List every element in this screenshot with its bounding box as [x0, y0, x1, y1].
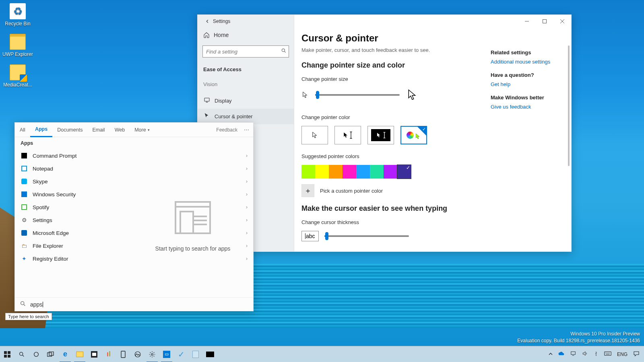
svg-rect-18: [571, 352, 576, 354]
svg-rect-19: [605, 352, 611, 356]
taskbar-store[interactable]: [87, 346, 101, 362]
nav-display[interactable]: Display: [198, 93, 294, 109]
search-more-actions[interactable]: ⋯: [240, 127, 253, 133]
slider-thumb[interactable]: [325, 232, 328, 240]
desktop-icon-mediacreationtool[interactable]: MediaCreat...: [2, 64, 34, 88]
search-feedback[interactable]: Feedback: [216, 127, 240, 133]
find-a-setting[interactable]: [202, 45, 289, 58]
windows-watermark: Windows 10 Pro Insider Preview Evaluatio…: [517, 331, 640, 344]
suggested-color-5[interactable]: [370, 165, 384, 179]
nav-cursor-label: Cursor & pointer: [215, 113, 253, 119]
maximize-icon: [543, 19, 547, 23]
tab-apps[interactable]: Apps: [30, 123, 52, 137]
network-icon: [570, 351, 576, 356]
suggested-color-1[interactable]: [315, 165, 329, 179]
color-wheel-icon: [407, 132, 414, 139]
taskbar-app-1[interactable]: ıl: [101, 346, 116, 362]
taskbar-edge[interactable]: e: [58, 346, 72, 362]
suggested-color-6[interactable]: [384, 165, 397, 179]
tray-overflow-chevron[interactable]: [547, 352, 555, 357]
suggested-color-0[interactable]: [301, 165, 315, 179]
back-button[interactable]: [202, 16, 213, 27]
pick-custom-label: Pick a custom pointer color: [320, 188, 383, 194]
tray-input-indicator[interactable]: [602, 351, 613, 357]
gear-icon: [149, 351, 156, 358]
preview-message: Start typing to search for apps: [155, 245, 231, 252]
settings-titlebar[interactable]: Settings: [198, 15, 294, 28]
search-result-label: Command Prompt: [33, 153, 77, 159]
svg-point-0: [282, 49, 285, 51]
minimize-button[interactable]: [518, 15, 536, 28]
nav-display-label: Display: [215, 98, 232, 104]
content-scrollbar[interactable]: [568, 45, 570, 166]
start-button[interactable]: [0, 346, 14, 362]
desktop-icon-uwp-explorer[interactable]: UWP Explorer: [2, 34, 34, 57]
taskbar-security[interactable]: ▭: [159, 346, 174, 362]
nav-home[interactable]: Home: [198, 28, 294, 42]
pointer-color-white[interactable]: [301, 126, 328, 144]
watermark-line1: Windows 10 Pro Insider Preview: [517, 331, 640, 337]
taskbar-explorer[interactable]: [72, 346, 87, 362]
maximize-button[interactable]: [536, 15, 553, 28]
task-view-button[interactable]: [43, 346, 58, 362]
link-feedback[interactable]: Give us feedback: [491, 104, 531, 110]
minimize-icon: [525, 19, 529, 23]
suggested-color-7[interactable]: [397, 165, 411, 179]
search-result-label: File Explorer: [33, 243, 63, 249]
back-arrow-icon: [204, 19, 210, 24]
pointer-color-inverted[interactable]: [367, 126, 394, 144]
add-custom-color-button[interactable]: ＋: [301, 184, 314, 197]
tab-email[interactable]: Email: [87, 123, 109, 137]
svg-rect-13: [47, 353, 52, 356]
cursor-thickness-row: abc: [301, 231, 564, 241]
settings-title: Settings: [213, 19, 230, 24]
tray-action-center[interactable]: [631, 351, 642, 358]
tab-more[interactable]: More▾: [130, 123, 154, 137]
plus-icon: ＋: [304, 186, 312, 195]
suggested-color-2[interactable]: [329, 165, 343, 179]
tray-language[interactable]: ENG: [615, 352, 630, 357]
desktop-icon-label: Recycle Bin: [2, 21, 34, 27]
tab-web[interactable]: Web: [110, 123, 130, 137]
tray-volume[interactable]: [580, 351, 590, 358]
file-explorer-icon: [76, 352, 83, 357]
taskbar-search-button[interactable]: [14, 346, 29, 362]
settings-subcategory: Vision: [198, 76, 294, 93]
app-icon: [21, 152, 28, 159]
close-icon: [560, 19, 564, 23]
search-filter-tabs: All Apps Documents Email Web More▾ Feedb…: [15, 123, 253, 137]
tray-network[interactable]: [568, 351, 578, 358]
close-button[interactable]: [553, 15, 571, 28]
slider-thumb[interactable]: [316, 91, 319, 99]
find-a-setting-input[interactable]: [202, 45, 289, 58]
desktop-icon-recycle-bin[interactable]: Recycle Bin: [2, 3, 34, 27]
pointer-color-black[interactable]: [334, 126, 361, 144]
link-get-help[interactable]: Get help: [491, 81, 510, 87]
taskbar-photos[interactable]: [130, 346, 145, 362]
taskbar-settings[interactable]: [145, 346, 159, 362]
tray-onedrive[interactable]: [556, 351, 567, 357]
device-icon: [121, 351, 126, 358]
tab-all[interactable]: All: [15, 123, 30, 137]
cortana-button[interactable]: [29, 346, 43, 362]
svg-rect-14: [49, 352, 54, 355]
label-suggested-colors: Suggested pointer colors: [301, 153, 564, 159]
taskbar-todo[interactable]: ✓: [174, 346, 188, 362]
app-icon: ıl: [107, 350, 111, 358]
suggested-color-4[interactable]: [356, 165, 370, 179]
window-controls: [518, 15, 571, 28]
link-additional-mouse-settings[interactable]: Additional mouse settings: [491, 59, 550, 65]
tab-documents[interactable]: Documents: [52, 123, 87, 137]
tray-usb[interactable]: [592, 350, 601, 358]
pointer-size-slider[interactable]: [315, 94, 400, 96]
cursor-icon: [203, 113, 211, 120]
taskbar-notepad[interactable]: [188, 346, 203, 362]
taskbar-app-2[interactable]: [116, 346, 130, 362]
taskbar-terminal[interactable]: [203, 346, 217, 362]
label-change-pointer-color: Change pointer color: [301, 114, 564, 120]
svg-point-16: [135, 352, 140, 357]
cursor-thickness-slider[interactable]: [324, 235, 409, 237]
suggested-color-3[interactable]: [343, 165, 356, 179]
pointer-color-custom[interactable]: [400, 126, 427, 144]
search-query-row[interactable]: apps: [15, 297, 253, 311]
